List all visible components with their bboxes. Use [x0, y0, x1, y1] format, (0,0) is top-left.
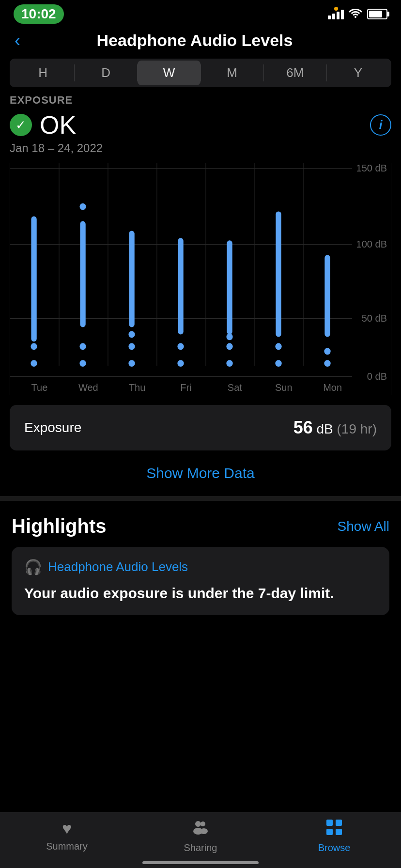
- show-more-data-button[interactable]: Show More Data: [10, 460, 391, 496]
- tab-summary[interactable]: ♥ Summary: [0, 819, 134, 853]
- exposure-label: EXPOSURE: [10, 94, 391, 107]
- show-all-button[interactable]: Show All: [338, 519, 389, 534]
- svg-point-18: [177, 343, 184, 350]
- svg-point-26: [275, 360, 281, 367]
- svg-point-11: [79, 343, 86, 350]
- wifi-icon: [349, 7, 362, 21]
- notification-dot: [334, 7, 338, 11]
- y-label-100: 100 dB: [356, 239, 387, 250]
- browse-icon: [326, 819, 342, 839]
- info-button[interactable]: i: [370, 114, 391, 136]
- battery-icon: [367, 9, 387, 19]
- period-6m[interactable]: 6M: [264, 61, 326, 85]
- heart-icon: ♥: [62, 819, 72, 838]
- header: ‹ Headphone Audio Levels: [0, 26, 401, 59]
- exposure-card: Exposure 56 dB (19 hr): [10, 405, 391, 450]
- exposure-unit: dB: [313, 421, 333, 436]
- svg-point-8: [31, 360, 37, 367]
- svg-rect-13: [129, 231, 134, 327]
- tab-sharing-label: Sharing: [184, 842, 217, 853]
- status-time: 10:02: [14, 4, 64, 24]
- tab-summary-label: Summary: [46, 841, 88, 852]
- svg-rect-35: [336, 820, 342, 826]
- svg-point-29: [324, 360, 330, 367]
- svg-point-21: [226, 333, 232, 340]
- svg-rect-17: [178, 238, 183, 334]
- x-label-sat: Sat: [210, 382, 259, 393]
- exposure-status: ✓ OK i: [10, 110, 391, 140]
- svg-point-31: [200, 822, 205, 826]
- x-label-sun: Sun: [259, 382, 308, 393]
- status-bar: 10:02: [0, 0, 401, 26]
- period-y[interactable]: Y: [327, 61, 389, 85]
- highlights-title: Highlights: [12, 515, 107, 537]
- headphone-icon: 🎧: [24, 558, 42, 575]
- svg-rect-6: [31, 217, 36, 342]
- svg-rect-9: [80, 221, 85, 327]
- chart-container: 150 dB 100 dB 50 dB 0 dB: [10, 163, 391, 395]
- check-circle-icon: ✓: [10, 114, 32, 136]
- period-d[interactable]: D: [75, 61, 137, 85]
- date-range: Jan 18 – 24, 2022: [10, 141, 391, 155]
- highlight-card-title: Headphone Audio Levels: [48, 559, 188, 574]
- x-labels: Tue Wed Thu Fri Sat Sun Mon: [10, 380, 362, 395]
- period-m[interactable]: M: [201, 61, 263, 85]
- svg-rect-24: [276, 212, 281, 337]
- home-indicator: [142, 861, 259, 864]
- exposure-card-label: Exposure: [24, 420, 81, 435]
- period-h[interactable]: H: [12, 61, 74, 85]
- svg-point-12: [79, 360, 86, 367]
- section-separator: [0, 496, 401, 501]
- highlight-card-header: 🎧 Headphone Audio Levels: [24, 558, 377, 575]
- x-label-fri: Fri: [162, 382, 211, 393]
- highlights-header: Highlights Show All: [12, 515, 389, 537]
- back-button[interactable]: ‹: [15, 32, 20, 49]
- exposure-card-value: 56 dB (19 hr): [293, 418, 377, 438]
- chart-svg: [10, 163, 352, 380]
- y-label-0: 0 dB: [367, 371, 387, 382]
- svg-rect-34: [326, 820, 333, 826]
- svg-point-7: [31, 343, 37, 350]
- x-label-wed: Wed: [64, 382, 113, 393]
- svg-point-22: [226, 343, 232, 350]
- x-label-mon: Mon: [308, 382, 357, 393]
- svg-point-16: [128, 360, 135, 367]
- highlights-section: Highlights Show All 🎧 Headphone Audio Le…: [0, 501, 401, 625]
- tab-sharing[interactable]: Sharing: [134, 819, 267, 853]
- y-label-50: 50 dB: [362, 313, 387, 324]
- tab-browse-label: Browse: [318, 842, 351, 853]
- page-title: Headphone Audio Levels: [30, 31, 359, 50]
- svg-rect-20: [227, 240, 232, 334]
- svg-point-25: [275, 343, 281, 350]
- exposure-value-big: 56: [293, 418, 313, 437]
- tab-bar: ♥ Summary Sharing Browse: [0, 812, 401, 868]
- svg-rect-37: [336, 829, 342, 835]
- svg-point-19: [177, 360, 184, 367]
- x-label-tue: Tue: [15, 382, 64, 393]
- highlight-card: 🎧 Headphone Audio Levels Your audio expo…: [12, 547, 389, 615]
- people-icon: [192, 819, 209, 839]
- svg-point-14: [128, 343, 135, 350]
- svg-rect-27: [324, 255, 330, 337]
- ok-status-text: OK: [40, 110, 76, 140]
- svg-point-15: [128, 331, 135, 338]
- highlight-card-text: Your audio exposure is under the 7-day l…: [24, 583, 377, 604]
- svg-point-23: [226, 360, 232, 367]
- period-selector: H D W M 6M Y: [10, 59, 391, 87]
- period-w[interactable]: W: [138, 61, 200, 85]
- svg-point-33: [200, 828, 208, 834]
- tab-browse[interactable]: Browse: [267, 819, 401, 853]
- svg-rect-36: [326, 829, 333, 835]
- y-label-150: 150 dB: [356, 162, 387, 173]
- svg-point-28: [324, 348, 330, 355]
- svg-point-30: [195, 821, 201, 827]
- exposure-duration: (19 hr): [333, 421, 377, 436]
- chart-section: EXPOSURE ✓ OK i Jan 18 – 24, 2022 150 dB…: [0, 94, 401, 496]
- svg-point-10: [79, 203, 86, 210]
- x-label-thu: Thu: [113, 382, 162, 393]
